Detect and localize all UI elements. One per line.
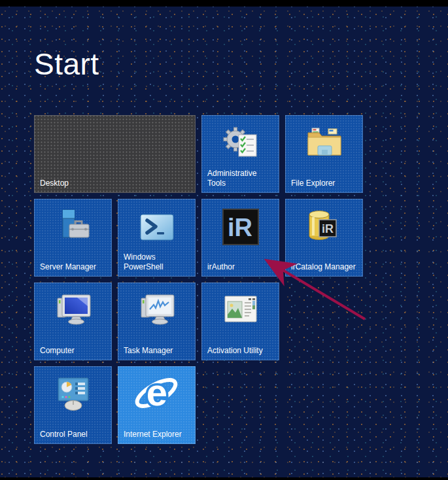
start-tile-grid: Desktop (34, 115, 363, 444)
svg-text:e: e (146, 371, 167, 413)
tile-server-manager[interactable]: Server Manager (34, 199, 112, 277)
admin-tools-icon (201, 115, 279, 171)
tile-label: Desktop (40, 179, 192, 189)
tile-label: irAuthor (207, 262, 275, 273)
ir-logo-icon: iR (201, 199, 279, 255)
tile-computer[interactable]: Computer (34, 283, 112, 360)
tile-label: File Explorer (291, 179, 359, 189)
tile-file-explorer[interactable]: File Explorer (285, 115, 363, 193)
tile-windows-powershell[interactable]: Windows PowerShell (118, 199, 196, 277)
window-app-icon (201, 283, 279, 339)
tile-control-panel[interactable]: Control Panel (34, 366, 112, 444)
control-panel-icon (34, 366, 112, 422)
tile-label: irCatalog Manager (291, 262, 359, 273)
tile-label: Windows PowerShell (124, 252, 192, 273)
ie-icon: e (118, 366, 196, 422)
tile-irauthor[interactable]: iR irAuthor (201, 199, 279, 277)
tile-label: Activation Utility (207, 346, 275, 356)
tile-label: Task Manager (124, 346, 192, 356)
tile-label: Internet Explorer (124, 430, 192, 440)
top-black-bar (0, 0, 448, 7)
bottom-black-bar (0, 477, 448, 480)
server-toolbox-icon (34, 199, 112, 255)
tile-administrative-tools[interactable]: Administrative Tools (201, 115, 279, 193)
svg-text:iR: iR (322, 222, 334, 235)
svg-text:iR: iR (228, 214, 252, 241)
tile-label: Server Manager (40, 262, 108, 273)
tile-label: Control Panel (40, 430, 108, 440)
tile-label: Administrative Tools (207, 169, 275, 189)
folder-icon (285, 115, 363, 171)
task-monitor-icon (118, 283, 196, 339)
page-title: Start (34, 46, 99, 82)
tile-internet-explorer[interactable]: e Internet Explorer (118, 366, 196, 444)
tile-ircatalog-manager[interactable]: iR irCatalog Manager (285, 199, 363, 277)
powershell-icon (118, 199, 196, 255)
tile-desktop[interactable]: Desktop (34, 115, 196, 193)
database-ir-icon: iR (285, 199, 363, 255)
tile-task-manager[interactable]: Task Manager (118, 283, 196, 360)
tile-activation-utility[interactable]: Activation Utility (201, 283, 279, 360)
computer-icon (34, 283, 112, 339)
tile-label: Computer (40, 346, 108, 356)
